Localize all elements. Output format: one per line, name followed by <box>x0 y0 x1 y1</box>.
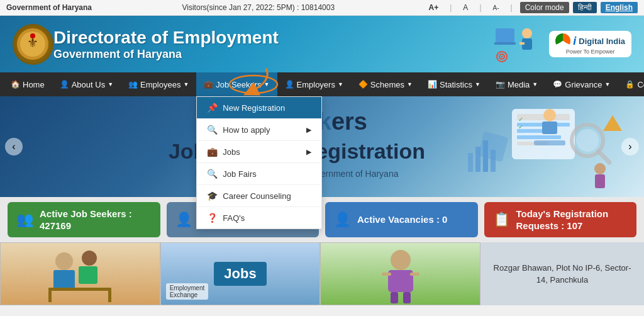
digital-india-label: Digital India <box>579 37 625 46</box>
svg-rect-26 <box>534 140 565 145</box>
nav-contact-us[interactable]: 🔒 Contact Us ▼ <box>618 72 644 96</box>
banner-next-btn[interactable]: › <box>621 138 639 155</box>
new-registration-label: New Registration <box>223 103 285 113</box>
stat-vacancies-text: Active Vacancies : 0 <box>357 213 447 226</box>
sub-arrow: ▶ <box>306 148 311 156</box>
main-navbar: 🏠 Home 👤 About Us ▼ 👥 Employees ▼ 💼 Job … <box>0 72 644 96</box>
job-fairs-label: Job Fairs <box>223 169 256 179</box>
digital-india-badge: i Digital India Power To Empower <box>549 31 631 57</box>
schemes-icon: 🔶 <box>358 80 368 89</box>
dropdown-caret: ▼ <box>264 81 270 87</box>
dropdown-caret: ▼ <box>605 81 611 87</box>
svg-rect-46 <box>391 292 398 303</box>
stat-active-job-seekers: 👥 Active Job Seekers : 427169 <box>8 202 160 237</box>
employer-icon: 👤 <box>285 80 294 89</box>
svg-rect-17 <box>517 135 561 139</box>
nav-employees[interactable]: 👥 Employees ▼ <box>121 72 196 96</box>
svg-point-6 <box>522 28 532 38</box>
svg-rect-40 <box>48 291 52 302</box>
svg-rect-37 <box>53 270 75 289</box>
svg-point-3 <box>30 33 35 38</box>
font-increase-btn[interactable]: A+ <box>425 2 443 13</box>
how-to-apply-label: How to apply <box>223 125 270 135</box>
svg-point-42 <box>391 250 411 270</box>
svg-marker-29 <box>603 115 622 131</box>
dropdown-jobs[interactable]: 💼 Jobs ▶ <box>197 141 321 163</box>
header-illustration <box>489 22 540 66</box>
vacancies-icon: 👤 <box>334 212 351 228</box>
top-bar-actions: A+ | A | A- | Color mode हिन्दी English <box>425 2 638 13</box>
svg-rect-45 <box>410 273 419 276</box>
office-address: Rozgar Bhawan, Plot No IP-6, Sector- 14,… <box>480 242 644 305</box>
svg-point-35 <box>55 252 73 270</box>
search-icon: 🔍 <box>207 125 218 135</box>
nav-statistics[interactable]: 📊 Statistics ▼ <box>420 72 488 96</box>
english-language-button[interactable]: English <box>601 2 638 13</box>
job-seekers-icon: 👥 <box>16 212 33 228</box>
stats-icon: 📊 <box>428 80 437 89</box>
svg-rect-25 <box>542 121 557 134</box>
svg-rect-31 <box>468 153 473 172</box>
svg-rect-39 <box>48 288 111 291</box>
briefcase-icon: 💼 <box>204 80 213 89</box>
dropdown-new-registration[interactable]: 📌 New Registration <box>197 97 321 119</box>
nav-schemes[interactable]: 🔶 Schemes ▼ <box>351 72 420 96</box>
nav-job-seekers[interactable]: 💼 Job Seekers ▼ 📌 New Registration <box>196 72 277 96</box>
site-title: Directorate of Employment <box>53 28 489 48</box>
lock-icon: 🔒 <box>625 80 635 89</box>
pin-icon: 📌 <box>207 103 218 113</box>
stat-today-registration: 📋 Today's Registration Requests : 107 <box>484 202 637 237</box>
briefcase-icon: 💼 <box>207 147 218 157</box>
font-normal-btn[interactable]: A <box>459 2 472 13</box>
nav-home[interactable]: 🏠 Home <box>3 72 52 96</box>
color-mode-button[interactable]: Color mode <box>520 2 569 13</box>
dropdown-caret: ▼ <box>475 81 480 87</box>
dropdown-caret: ▼ <box>407 81 413 87</box>
svg-rect-32 <box>475 147 480 172</box>
grievance-icon: 💬 <box>553 80 562 89</box>
nav-employers[interactable]: 👤 Employers ▼ <box>277 72 351 96</box>
home-icon: 🏠 <box>11 80 20 89</box>
banner-prev-btn[interactable]: ‹ <box>5 138 23 155</box>
digital-india-text: i <box>573 35 576 48</box>
header-right-area: i Digital India Power To Empower <box>489 22 631 66</box>
svg-rect-5 <box>494 42 516 45</box>
dropdown-job-fairs[interactable]: 🔍 Job Fairs <box>197 163 321 185</box>
dropdown-career-counseling[interactable]: 🎓 Career Counseling <box>197 185 321 207</box>
preview-jobs-image: Jobs EmploymentExchange <box>160 242 321 305</box>
nav-grievance[interactable]: 💬 Grievance ▼ <box>545 72 618 96</box>
registration-icon: 📋 <box>493 212 510 228</box>
nav-media[interactable]: 📷 Media ▼ <box>488 72 545 96</box>
stat-active-vacancies: 👤 Active Vacancies : 0 <box>325 202 478 237</box>
person-icon: 👤 <box>60 80 69 89</box>
font-decrease-btn[interactable]: A- <box>489 3 503 13</box>
career-counseling-label: Career Counseling <box>223 191 291 201</box>
hindi-language-button[interactable]: हिन्दी <box>573 2 597 13</box>
svg-rect-43 <box>388 270 413 292</box>
stat-job-seekers-text: Active Job Seekers : 427169 <box>40 208 132 232</box>
dropdown-how-to-apply[interactable]: 🔍 How to apply ▶ <box>197 119 321 141</box>
digital-india-subtitle: Power To Empower <box>566 48 615 55</box>
stat-registration-text: Today's Registration Requests : 107 <box>516 208 609 232</box>
banner-illustration: ✓ ✓ <box>462 103 625 191</box>
nav-about-us[interactable]: 👤 About Us ▼ <box>52 72 121 96</box>
svg-rect-41 <box>108 291 111 302</box>
dropdown-caret: ▼ <box>532 81 538 87</box>
job-seekers-dropdown: 📌 New Registration 🔍 How to apply ▶ 💼 Jo… <box>196 96 322 229</box>
svg-rect-28 <box>595 174 605 188</box>
gov-label: Government of Haryana <box>6 3 92 12</box>
bottom-preview-strip: Jobs EmploymentExchange Rozgar Bhawan, P… <box>0 242 644 305</box>
sub-arrow: ▶ <box>306 126 311 134</box>
svg-point-11 <box>501 56 503 58</box>
dropdown-caret: ▼ <box>108 81 113 87</box>
svg-rect-34 <box>491 150 496 172</box>
dropdown-faqs[interactable]: ❓ FAQ's <box>197 207 321 229</box>
dropdown-caret: ▼ <box>338 81 343 87</box>
svg-rect-4 <box>496 28 514 42</box>
svg-point-36 <box>82 251 97 266</box>
haryana-emblem: ⚜ <box>13 24 53 65</box>
media-icon: 📷 <box>496 80 505 89</box>
jobs-label: Jobs <box>214 262 266 286</box>
employment-exchange-label: EmploymentExchange <box>166 283 209 300</box>
preview-lady-image <box>320 242 480 305</box>
